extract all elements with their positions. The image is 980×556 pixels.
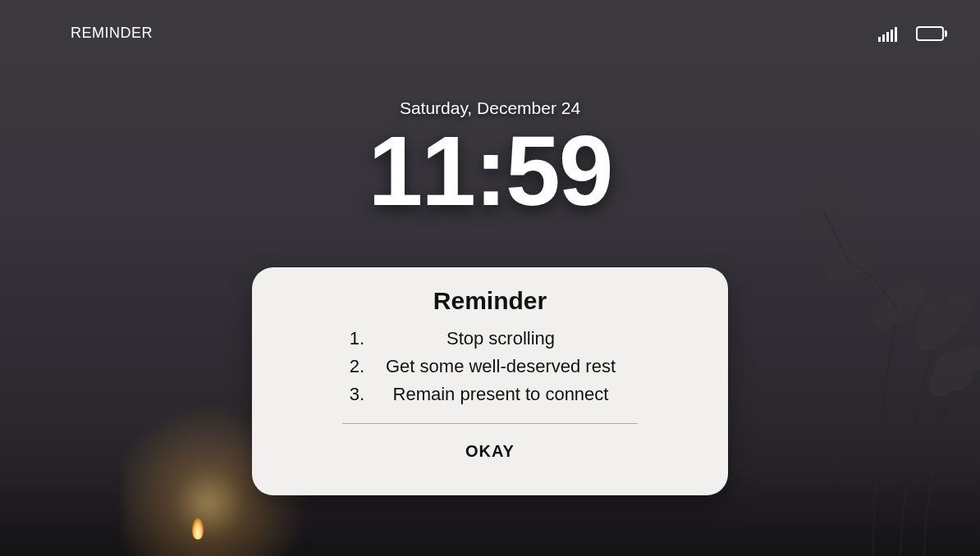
- list-item: 1. Stop scrolling: [348, 325, 632, 353]
- time-label: 11:59: [0, 121, 980, 220]
- svg-point-8: [929, 374, 952, 397]
- dried-flowers-icon: [734, 162, 980, 556]
- reminder-card-title: Reminder: [285, 287, 695, 315]
- status-bar: REMINDER: [0, 25, 980, 42]
- list-item-number: 3.: [348, 381, 364, 408]
- status-title: REMINDER: [71, 25, 153, 42]
- card-divider: [342, 423, 638, 424]
- svg-point-2: [872, 307, 895, 330]
- svg-rect-17: [886, 32, 889, 42]
- svg-point-1: [900, 280, 926, 307]
- list-item-number: 2.: [348, 353, 364, 381]
- svg-point-3: [918, 301, 960, 344]
- list-item: 3. Remain present to connect: [348, 381, 632, 408]
- svg-rect-15: [878, 37, 881, 42]
- svg-point-9: [832, 244, 865, 277]
- svg-point-4: [942, 295, 972, 325]
- reminder-card: Reminder 1. Stop scrolling 2. Get some w…: [252, 267, 728, 495]
- svg-rect-18: [891, 30, 893, 42]
- battery-icon: [916, 26, 947, 41]
- list-item-text: Get some well-deserved rest: [369, 353, 632, 381]
- svg-rect-16: [882, 34, 885, 42]
- status-right: [878, 25, 947, 42]
- okay-button[interactable]: OKAY: [452, 439, 528, 464]
- list-item: 2. Get some well-deserved rest: [348, 353, 632, 381]
- svg-rect-19: [895, 27, 897, 42]
- list-item-text: Stop scrolling: [369, 325, 632, 353]
- svg-point-10: [852, 239, 875, 262]
- list-item-number: 1.: [348, 325, 364, 353]
- candle-flame-icon: [192, 518, 204, 540]
- svg-point-7: [956, 345, 980, 373]
- list-item-text: Remain present to connect: [369, 381, 632, 408]
- svg-point-6: [934, 352, 973, 391]
- reminder-list: 1. Stop scrolling 2. Get some well-deser…: [348, 325, 632, 408]
- signal-icon: [878, 25, 898, 42]
- svg-point-5: [915, 326, 940, 351]
- svg-point-11: [826, 262, 845, 282]
- svg-point-0: [880, 288, 916, 324]
- lockscreen-datetime: Saturday, December 24 11:59: [0, 98, 980, 220]
